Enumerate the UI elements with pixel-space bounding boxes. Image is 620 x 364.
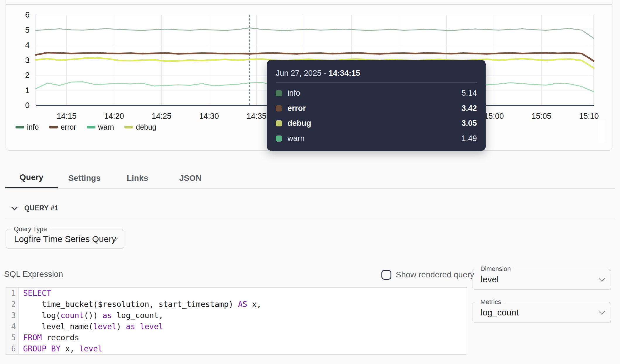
- y-tick-label: 4: [25, 41, 30, 49]
- tooltip-row-warn: warn1.49: [276, 131, 477, 146]
- code-line: level_name(level) as level: [23, 321, 467, 332]
- legend-swatch-error: [49, 126, 58, 128]
- legend-swatch-warn: [87, 126, 95, 128]
- sql-text: ()): [84, 311, 102, 320]
- sql-keyword: AS: [238, 300, 247, 309]
- line-number-gutter: 123456: [6, 288, 19, 354]
- sql-expression-label: SQL Expression: [4, 269, 63, 279]
- tab-bar: Query Settings Links JSON: [5, 168, 217, 189]
- tooltip-time: 14:34:15: [328, 69, 360, 78]
- tooltip-series-label: info: [287, 89, 300, 98]
- dimension-label: Dimension: [478, 265, 513, 272]
- y-tick-label: 1: [25, 86, 30, 95]
- sql-keyword: count: [61, 311, 84, 320]
- metrics-label: Metrics: [478, 298, 504, 305]
- scrollbar-thumb[interactable]: [598, 121, 605, 143]
- x-tick-label: 15:00: [484, 112, 504, 121]
- query-type-value: Logfire Time Series Query: [14, 234, 116, 244]
- sql-keyword: SELECT: [23, 289, 51, 298]
- line-number: 6: [6, 343, 18, 354]
- tooltip-rows: info5.14error3.42debug3.05warn1.49: [276, 86, 477, 146]
- sql-text: [135, 322, 140, 331]
- sql-code-editor[interactable]: 123456 SELECT time_bucket($resolution, s…: [6, 287, 467, 355]
- tooltip-row-info: info5.14: [276, 86, 477, 101]
- tab-json[interactable]: JSON: [164, 168, 217, 189]
- sql-text: level_name(: [23, 322, 93, 331]
- series-swatch-error: [276, 105, 282, 111]
- code-line: time_bucket($resolution, start_timestamp…: [23, 299, 467, 310]
- sql-keyword: level: [79, 344, 102, 353]
- chart-legend: infoerrorwarndebug: [16, 123, 156, 131]
- sql-text: log_count,: [112, 311, 163, 320]
- chevron-down-icon: [11, 204, 18, 210]
- sql-keyword: as: [126, 322, 135, 331]
- show-rendered-query-checkbox[interactable]: [381, 270, 391, 280]
- code-line: SELECT: [23, 288, 467, 299]
- show-rendered-query-label[interactable]: Show rendered query: [396, 270, 474, 279]
- sql-keyword: FROM: [23, 333, 42, 342]
- code-area[interactable]: SELECT time_bucket($resolution, start_ti…: [19, 288, 467, 354]
- tooltip-series-label: error: [287, 104, 306, 113]
- line-number: 2: [6, 299, 18, 310]
- tooltip-row-debug: debug3.05: [276, 116, 477, 131]
- y-tick-label: 3: [25, 56, 30, 65]
- metrics-value: log_count: [481, 308, 519, 317]
- x-tick-label: 15:10: [579, 112, 599, 121]
- tooltip-series-label: debug: [287, 119, 311, 128]
- series-swatch-warn: [276, 135, 282, 142]
- tooltip-divider: [276, 83, 477, 83]
- dimension-select[interactable]: Dimension level: [472, 269, 611, 290]
- y-tick-label: 0: [25, 101, 30, 110]
- line-number: 5: [6, 332, 18, 343]
- line-number: 4: [6, 321, 18, 332]
- tooltip-series-label: warn: [287, 134, 305, 143]
- y-tick-label: 5: [25, 26, 30, 35]
- x-tick-label: 14:20: [104, 112, 124, 121]
- legend-label: error: [61, 123, 76, 131]
- series-swatch-info: [276, 90, 282, 96]
- x-tick-label: 14:25: [152, 112, 172, 121]
- y-tick-label: 2: [25, 71, 30, 80]
- sql-text: x,: [247, 300, 261, 309]
- tooltip-timestamp: Jun 27, 2025 - 14:34:15: [276, 69, 477, 78]
- tooltip-series-value: 3.42: [461, 104, 477, 113]
- chevron-down-icon: [599, 308, 605, 314]
- sql-text: ): [117, 322, 126, 331]
- query-editor-page: 012345614:1514:2014:2514:3014:3514:4014:…: [0, 0, 620, 364]
- sql-keyword: as: [102, 311, 112, 320]
- x-tick-label: 14:35: [247, 112, 267, 121]
- sql-keyword: level: [93, 322, 117, 331]
- legend-label: debug: [136, 123, 156, 131]
- x-tick-label: 15:05: [532, 112, 552, 121]
- query-type-select[interactable]: Query Type Logfire Time Series Query: [6, 229, 124, 249]
- query-section-header[interactable]: QUERY #1: [12, 204, 59, 212]
- x-tick-label: 14:15: [57, 112, 77, 121]
- legend-label: info: [27, 123, 39, 131]
- legend-item-info[interactable]: info: [16, 123, 39, 131]
- legend-item-debug[interactable]: debug: [124, 123, 156, 131]
- x-tick-label: 14:30: [199, 112, 219, 121]
- tooltip-series-value: 5.14: [461, 89, 477, 98]
- line-number: 1: [6, 288, 18, 299]
- tooltip-series-value: 1.49: [461, 134, 477, 143]
- sql-keyword: level: [140, 322, 163, 331]
- query-type-label: Query Type: [11, 226, 49, 233]
- tooltip-row-error: error3.42: [276, 101, 477, 116]
- legend-item-warn[interactable]: warn: [87, 123, 114, 131]
- sql-text: log(: [23, 311, 61, 320]
- sql-keyword: GROUP BY: [23, 344, 61, 353]
- chevron-down-icon: [599, 275, 605, 281]
- tooltip-date: Jun 27, 2025 -: [276, 69, 328, 78]
- tab-query[interactable]: Query: [5, 168, 58, 189]
- code-line: log(count()) as log_count,: [23, 310, 467, 321]
- tab-settings[interactable]: Settings: [58, 168, 111, 189]
- tab-bar-divider: [5, 188, 615, 189]
- query-section-title: QUERY #1: [24, 204, 59, 212]
- dimension-value: level: [481, 274, 499, 284]
- code-line: GROUP BY x, level: [23, 343, 467, 354]
- tooltip-series-value: 3.05: [461, 119, 477, 128]
- metrics-select[interactable]: Metrics log_count: [472, 302, 611, 323]
- legend-item-error[interactable]: error: [49, 123, 76, 131]
- y-tick-label: 6: [25, 11, 30, 19]
- tab-links[interactable]: Links: [111, 168, 164, 189]
